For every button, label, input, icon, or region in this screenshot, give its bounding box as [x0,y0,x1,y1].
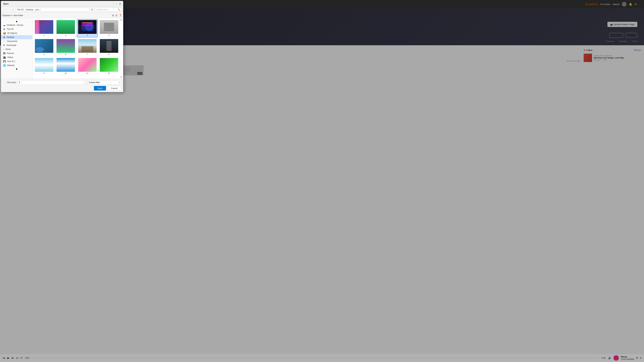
nav-scroll-up[interactable]: ▲ [1,19,32,23]
file-thumb-6 [56,39,75,53]
file-scroll-up[interactable]: ▲ [120,18,122,21]
close-button[interactable]: ✕ [119,2,121,5]
nav-item-videos[interactable]: 🎬 Videos [1,55,32,59]
cancel-button[interactable]: Cancel [107,86,121,90]
filetype-dropdown-arrow: ▾ [119,82,120,83]
nav-label-videos: Videos [7,56,13,58]
music-icon: ♪ [3,48,4,51]
file-grid: 1 2 [34,19,122,75]
nav-item-thispc[interactable]: 🖥 This PC [1,27,32,31]
filename-input[interactable]: 3 ▾ [18,80,86,85]
minimize-button[interactable]: ─ [112,3,114,5]
file-thumb-1 [35,20,53,34]
file-thumb-10 [56,58,75,72]
left-nav: ▲ ☁ OneDrive - Person 🖥 This PC 📦 3D Obj… [1,18,32,79]
nav-label-documents: Documents [7,40,18,42]
file-thumb-4 [100,20,118,34]
address-bar: ← → ↑ This PC › Desktop › pics ▾ ↻ Searc… [1,7,123,13]
file-label-1: 1 [44,34,44,36]
file-item-4[interactable]: 4 [99,19,119,37]
filename-value: 3 [19,81,20,84]
file-label-4: 4 [108,34,109,36]
file-label-9: 9 [44,72,44,74]
forward-button[interactable]: → [7,8,11,11]
file-label-12: 12 [108,72,110,74]
breadcrumb-pics[interactable]: pics [36,8,39,11]
file-item-1[interactable]: 1 [34,19,54,37]
nav-label-downloads: Downloads [6,44,16,46]
file-list: ▲ 1 [32,18,123,79]
filename-label: File name: [3,81,16,84]
file-thumb-9 [35,58,53,72]
dialog-titlebar: Open ─ □ ✕ [1,1,123,7]
breadcrumb-thispc[interactable]: This PC [17,8,24,11]
nav-item-acer[interactable]: 💾 Acer (C:) [1,59,32,63]
file-thumb-2 [56,20,75,34]
new-folder-button[interactable]: New folder [14,14,23,16]
organize-chevron: ▾ [11,14,12,16]
thispc-icon: 🖥 [3,28,5,30]
nav-item-onedrive[interactable]: ☁ OneDrive - Person [1,23,32,27]
nav-item-music[interactable]: ♪ Music [1,47,32,51]
file-thumb-5 [35,39,53,53]
organize-button[interactable]: Organize ▾ [2,14,12,16]
search-box[interactable]: Search pics 9 🔍 [95,8,122,12]
dialog-footer: File name: 3 ▾ Custom files ▾ Open Cance… [1,79,123,92]
network-icon: 🌐 [3,64,6,67]
file-item-5[interactable]: 5 [34,38,54,56]
file-open-dialog: Open ─ □ ✕ ← → ↑ This PC › Desktop › pic… [1,1,123,92]
videos-icon: 🎬 [3,56,6,59]
view-options-button[interactable]: ⊞ [112,14,114,17]
3dobjects-icon: 📦 [3,32,6,34]
filename-row: File name: 3 ▾ Custom files ▾ [3,80,121,85]
file-thumb-7 [78,39,96,53]
file-item-11[interactable]: 11 [77,57,98,75]
file-item-8[interactable]: 8 [99,38,119,56]
back-button[interactable]: ← [2,8,6,11]
breadcrumb-desktop[interactable]: Desktop [26,8,33,11]
file-label-6: 6 [65,53,66,55]
refresh-button[interactable]: ↻ [90,8,94,11]
file-label-3: 3 [87,34,88,36]
nav-item-3dobjects[interactable]: 📦 3D Objects [1,31,32,35]
up-button[interactable]: ↑ [12,8,14,11]
pictures-icon: 🖼 [3,52,5,55]
search-icon: 🔍 [118,8,120,11]
file-scroll-down[interactable]: ▼ [120,76,122,78]
open-button[interactable]: Open [94,86,106,90]
dialog-title: Open [3,2,110,5]
file-item-3[interactable]: 3 [77,19,98,37]
dialog-main: ▲ ☁ OneDrive - Person 🖥 This PC 📦 3D Obj… [1,18,123,79]
file-label-11: 11 [86,72,88,74]
file-label-10: 10 [64,72,66,74]
nav-item-documents[interactable]: 📄 Documents [1,39,32,43]
help-button[interactable]: ❓ [119,14,122,17]
file-item-9[interactable]: 9 [34,57,54,75]
nav-item-downloads[interactable]: ⬇ Downloads [1,43,32,47]
file-item-7[interactable]: 7 [77,38,98,56]
details-view-button[interactable]: ☰ [116,14,118,17]
nav-label-pictures: Pictures [7,52,14,54]
onedrive-icon: ☁ [3,24,5,26]
nav-scroll-down[interactable]: ▼ [1,67,32,71]
filetype-dropdown[interactable]: Custom files ▾ [88,80,121,85]
breadcrumb-path[interactable]: This PC › Desktop › pics ▾ [15,8,90,12]
acer-icon: 💾 [3,60,6,63]
nav-label-music: Music [6,48,11,50]
dialog-overlay: Open ─ □ ✕ ← → ↑ This PC › Desktop › pic… [0,0,244,137]
file-item-12[interactable]: 12 [99,57,119,75]
file-item-6[interactable]: 6 [56,38,76,56]
file-thumb-8 [100,39,118,53]
desktop-icon: 🖥 [3,36,5,38]
nav-label-desktop: Desktop [7,36,14,38]
nav-item-pictures[interactable]: 🖼 Pictures [1,51,32,55]
maximize-button[interactable]: □ [116,3,118,5]
nav-label-thispc: This PC [7,28,14,30]
nav-item-desktop[interactable]: 🖥 Desktop [1,35,32,39]
nav-item-network[interactable]: 🌐 Network [1,63,32,67]
nav-label-3dobjects: 3D Objects [7,32,17,34]
file-item-2[interactable]: 2 [56,19,76,37]
nav-label-acer: Acer (C:) [7,60,15,62]
documents-icon: 📄 [3,40,6,42]
file-item-10[interactable]: 10 [56,57,76,75]
